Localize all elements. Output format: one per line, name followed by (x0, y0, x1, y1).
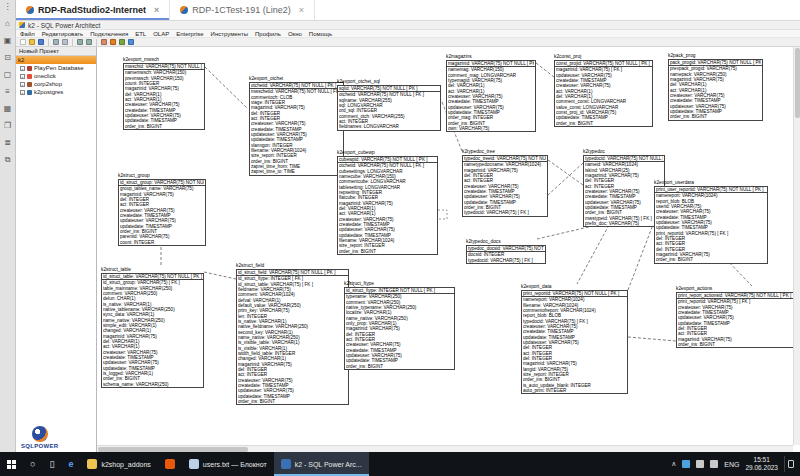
column[interactable]: mwschetid: VARCHAR(75) NOT NULL [ FK ] (251, 89, 342, 94)
column[interactable]: order_ins: BIGINT (656, 257, 766, 262)
tree-item-oneclick[interactable]: +oneclick (16, 72, 96, 80)
grid-view-icon[interactable]: ▦ (4, 105, 12, 113)
relationship-line[interactable] (204, 272, 236, 279)
tree-item-k2postgres[interactable]: +k2postgres (16, 88, 96, 96)
notification-center-icon[interactable] (784, 456, 794, 472)
entity-k2struct_table[interactable]: k2struct_tableid_struct_table: VARCHAR(7… (101, 267, 204, 388)
tray-caret-icon[interactable]: ∧ (671, 460, 676, 468)
taskbar-folder-k2shop-button[interactable]: k2shop_addons (80, 452, 157, 476)
column[interactable]: order_ins: BIGINT (670, 114, 761, 119)
rdp-tab-1[interactable]: RDP-RadStudio2-Internet× (16, 0, 170, 20)
new-table-icon[interactable] (101, 39, 107, 45)
column[interactable]: own: VARCHAR(75) (448, 126, 534, 131)
menu-файл[interactable]: Файл (20, 31, 35, 37)
entity-title[interactable]: k2struct_group (118, 173, 206, 178)
save-project-icon[interactable] (38, 39, 44, 45)
compare-icon[interactable] (119, 39, 125, 45)
tree-root-k2[interactable]: k2 (16, 56, 96, 64)
pk-column[interactable]: typedoc_treeid: VARCHAR(75) NOT NULL [ P… (464, 156, 546, 161)
taskbar-sql-power-architect-button[interactable]: k2 - SQL Power Arc... (274, 452, 369, 476)
menu-профиль[interactable]: Профиль (255, 31, 281, 37)
entity-title[interactable]: k2export_cubewp (337, 150, 438, 155)
expand-icon[interactable]: + (20, 90, 25, 95)
pk-column[interactable]: otchetid: VARCHAR(75) NOT NULL [ PK ] (251, 83, 342, 88)
taskbar-internet-explorer-button[interactable]: e (61, 452, 80, 476)
zoom-out-icon[interactable] (86, 39, 92, 45)
pk-column[interactable]: print_report_actionsid: VARCHAR(75) NOT … (678, 293, 793, 298)
entity-k2struct_field[interactable]: k2struct_fieldid_struct_field: VARCHAR(7… (236, 263, 349, 405)
run-icon[interactable] (110, 39, 116, 45)
home-icon[interactable]: ⌂ (5, 20, 10, 28)
entity-title[interactable]: k2export_data (521, 284, 628, 289)
expand-icon[interactable]: + (20, 66, 25, 71)
fullscreen-icon[interactable]: ▢ (4, 71, 12, 79)
menu-редактировать[interactable]: Редактировать (42, 31, 83, 37)
column[interactable]: typedocid: VARCHAR(75) [ FK ] (468, 258, 544, 263)
entity-title[interactable]: k2struct_field (236, 263, 349, 268)
entity-k2export_data[interactable]: k2export_dataprint_reportid: VARCHAR(75)… (521, 284, 628, 394)
taskbar-task-view-button[interactable]: ▯ (42, 452, 61, 476)
pk-column[interactable]: pack_progid: VARCHAR(75) NOT NULL [ PK ] (670, 60, 761, 65)
pk-column[interactable]: magazinid: VARCHAR(75) NOT NULL [ PK ] (448, 61, 534, 66)
column[interactable]: order_ins: BIGINT (556, 121, 651, 126)
entity-title[interactable]: k2struct_ftype (344, 281, 455, 286)
relationship-line[interactable] (577, 225, 609, 284)
er-diagram-canvas[interactable]: k2export_mwschmwschid: VARCHAR(75) NOT N… (97, 47, 800, 452)
tab-close-icon[interactable]: × (154, 5, 159, 15)
menu-окно[interactable]: Окно (288, 31, 302, 37)
pk-column[interactable]: typedocid: VARCHAR(75) NOT NULL [ PK ] (585, 156, 663, 161)
refresh-icon[interactable] (53, 39, 59, 45)
column[interactable]: zapret_time_to: TIME (251, 169, 342, 174)
entity-title[interactable]: k2export_mwsch (123, 57, 205, 62)
entity-k2struct_ftype[interactable]: k2struct_ftypeid_struct_ftype: INTEGER N… (344, 281, 455, 370)
relationship-line[interactable] (628, 222, 654, 290)
defender-shield-icon[interactable] (682, 460, 690, 468)
column[interactable]: order_ins: BIGINT (339, 249, 436, 254)
entity-k2typedoc[interactable]: k2typedoctypedocid: VARCHAR(75) NOT NULL… (583, 149, 665, 227)
entity-title[interactable]: k2export_otchet (249, 76, 344, 81)
entity-k2struct_group[interactable]: k2struct_groupid_struct_group: VARCHAR(7… (118, 173, 206, 246)
entity-k2magazins[interactable]: k2magazinsmagazinid: VARCHAR(75) NOT NUL… (446, 54, 536, 132)
entity-title[interactable]: k2typedoc_tree (462, 149, 548, 154)
pk-column[interactable]: mwschid: VARCHAR(75) NOT NULL [ PK ] (125, 64, 203, 69)
entity-title[interactable]: k2typedoc_docs (466, 239, 546, 244)
relationship-line[interactable] (548, 160, 583, 185)
column[interactable]: schema_name: VARCHAR(250) (103, 382, 202, 387)
relationship-line[interactable] (548, 163, 583, 195)
entity-k2const_proj[interactable]: k2const_projconst_projid: VARCHAR(75) NO… (554, 54, 653, 127)
column[interactable]: order_ins: BIGINT (678, 342, 793, 347)
entity-k2export_userdara[interactable]: k2export_userdaraprint_user_reportid: VA… (654, 180, 768, 264)
start-button[interactable] (0, 452, 23, 476)
menu-инструменты[interactable]: Инструменты (211, 31, 248, 37)
pk-column[interactable]: print_user_reportid: VARCHAR(75) NOT NUL… (656, 187, 766, 192)
entity-title[interactable]: k2const_proj (554, 54, 653, 59)
expand-icon[interactable]: + (20, 82, 25, 87)
tree-item-corp2shop[interactable]: +corp2shop (16, 80, 96, 88)
relationship-line[interactable] (628, 337, 676, 341)
entity-title[interactable]: k2export_userdara (654, 180, 768, 185)
new-project-icon[interactable] (20, 39, 26, 45)
pk-column[interactable]: id_struct_ftype: INTEGER NOT NULL [ PK ] (346, 288, 453, 293)
entity-k2typedoc_tree[interactable]: k2typedoc_treetypedoc_treeid: VARCHAR(75… (462, 149, 548, 217)
menu-подключения[interactable]: Подключения (90, 31, 128, 37)
entity-k2export_actions[interactable]: k2export_actionsprint_report_actionsid: … (676, 286, 795, 348)
print-icon[interactable] (62, 39, 68, 45)
vertical-scroll-thumb[interactable] (795, 48, 800, 118)
taskbar-firefox-button[interactable] (158, 452, 182, 476)
entity-k2export_mwsch[interactable]: k2export_mwschmwschid: VARCHAR(75) NOT N… (123, 57, 205, 130)
entity-title[interactable]: k2magazins (446, 54, 536, 59)
pk-column[interactable]: id_struct_group: VARCHAR(75) NOT NULL [ … (120, 180, 204, 185)
pk-column[interactable]: cubewpid: VARCHAR(75) NOT NULL [ PK ] (339, 157, 436, 162)
zoom-in-icon[interactable] (77, 39, 83, 45)
entity-k2export_otchet_sql[interactable]: k2export_otchet_sqlsqlid: VARCHAR(75) NO… (337, 79, 441, 131)
tree-item-playpen-database[interactable]: +PlayPen Database (16, 64, 96, 72)
column[interactable]: nametypedocname: VARCHAR(1024) (464, 162, 546, 167)
entity-title[interactable]: k2typedoc (583, 149, 665, 154)
rdp-tab-2[interactable]: RDP-1CTest-191 (Line2)× (170, 0, 315, 20)
relationship-line[interactable] (205, 67, 248, 109)
column[interactable]: typedocid: VARCHAR(75) [ FK ] (464, 210, 546, 215)
hamburger-icon[interactable]: ≡ (5, 88, 10, 96)
menu-enterprise[interactable]: Enterprise (176, 31, 203, 37)
expand-icon[interactable]: + (20, 74, 25, 79)
column[interactable]: group_tables_name: VARCHAR(75) (120, 186, 204, 191)
